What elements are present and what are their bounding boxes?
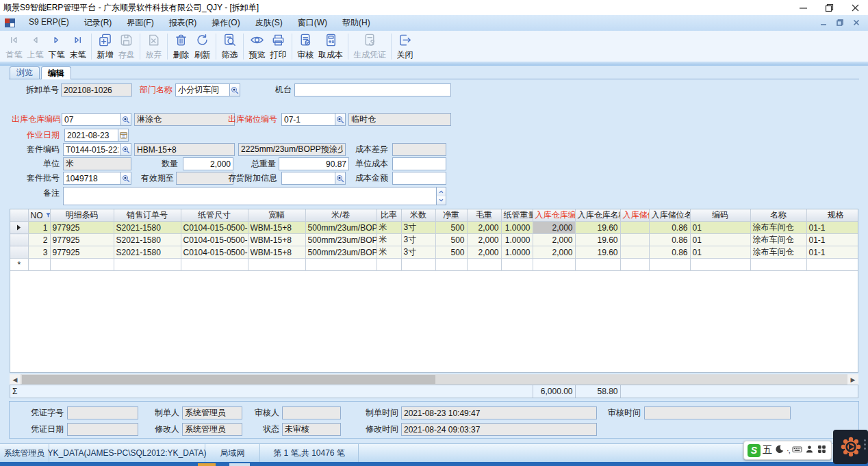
grid-cell-part_unit[interactable]: 米 bbox=[376, 234, 401, 246]
grid-cell-part_name[interactable]: WBM-15+8 bbox=[248, 234, 305, 246]
grid-column-header-gross_weight[interactable]: 毛重 bbox=[467, 209, 501, 222]
grid-cell-part_name[interactable]: WBM-15+8 bbox=[248, 246, 305, 259]
menu-item[interactable]: 界面(F) bbox=[119, 15, 161, 31]
menu-item[interactable]: 记录(R) bbox=[77, 15, 120, 31]
grid-cell-sales_order[interactable]: S2021-1580 bbox=[114, 222, 181, 234]
row-selector[interactable] bbox=[10, 234, 28, 246]
grid-cell-tube_size[interactable]: 3寸 bbox=[401, 246, 435, 259]
calendar-button[interactable] bbox=[118, 129, 128, 141]
grid-cell-ratio[interactable]: 1.0000 bbox=[501, 234, 533, 246]
grid-cell-in_wh_name[interactable]: 涂布车间仓 bbox=[750, 246, 806, 259]
grid-cell-part_code[interactable]: C0104-015-0500-... bbox=[181, 234, 248, 246]
grid-cell-part_name[interactable]: WBM-15+8 bbox=[248, 222, 305, 234]
grid-cell-part_unit[interactable]: 米 bbox=[376, 222, 401, 234]
grid-cell-net_weight[interactable]: 19.60 bbox=[575, 222, 620, 234]
ime-user-icon[interactable] bbox=[804, 444, 815, 456]
scrollbar-track[interactable] bbox=[21, 374, 847, 385]
restore-button[interactable] bbox=[816, 0, 842, 15]
grid-cell-part_spec[interactable]: 500mm/23um/BOPP... bbox=[305, 222, 376, 234]
grid-cell-part_spec[interactable]: 500mm/23um/BOPP... bbox=[305, 234, 376, 246]
grid-column-header-in_loc_name[interactable]: 入库储位名称 bbox=[649, 209, 690, 222]
grid-column-header-width[interactable]: 宽幅 bbox=[248, 209, 305, 222]
grid-cell-tube_size[interactable]: 3寸 bbox=[401, 222, 435, 234]
menu-item[interactable]: 皮肤(S) bbox=[248, 15, 290, 31]
grid-column-header-tube_size[interactable]: 纸管尺寸 bbox=[181, 209, 248, 222]
grid-cell-meters[interactable]: 2,000 bbox=[533, 222, 575, 234]
kit-batch-lookup-button[interactable] bbox=[120, 172, 131, 184]
grid-cell-barcode[interactable]: 977925 bbox=[50, 246, 114, 259]
ime-keyboard-icon[interactable] bbox=[792, 444, 802, 456]
toolbar-button-audit[interactable]: 审核 bbox=[295, 31, 316, 61]
grid-cell-tube_weight[interactable]: 0.86 bbox=[649, 234, 690, 246]
grid-cell-no[interactable]: 1 bbox=[28, 222, 50, 234]
grid-new-row[interactable]: * bbox=[10, 259, 858, 271]
mdi-close-button[interactable] bbox=[853, 18, 860, 28]
ime-mode-indicator[interactable]: 五 bbox=[763, 444, 772, 456]
toolbar-button-refresh[interactable]: 刷新 bbox=[192, 31, 213, 61]
grid-cell-ratio[interactable]: 1.0000 bbox=[501, 222, 533, 234]
toolbar-button-printer[interactable]: 打印 bbox=[268, 31, 289, 61]
tab-browse[interactable]: 浏览 bbox=[10, 66, 40, 79]
toolbar-button-nav-last[interactable]: 末笔 bbox=[67, 31, 88, 61]
grid-cell-gross_weight[interactable] bbox=[620, 234, 649, 246]
grid-cell-in_wh_code[interactable]: 01 bbox=[690, 222, 750, 234]
tab-edit[interactable]: 编辑 bbox=[41, 66, 71, 79]
grid-cell-net_weight[interactable]: 19.60 bbox=[575, 246, 620, 259]
minimize-button[interactable] bbox=[790, 0, 816, 15]
scroll-up-icon[interactable] bbox=[437, 187, 446, 196]
grid-cell-gross_weight[interactable] bbox=[620, 246, 649, 259]
grid-cell-tube_weight[interactable]: 0.86 bbox=[649, 222, 690, 234]
grid-cell-ratio[interactable]: 1.0000 bbox=[501, 246, 533, 259]
menu-item[interactable]: S9 ERP(E) bbox=[21, 15, 77, 31]
ime-moon-icon[interactable] bbox=[774, 444, 784, 456]
remark-textarea[interactable] bbox=[64, 187, 436, 205]
table-row[interactable]: 3977925S2021-1580C0104-015-0500-...WBM-1… bbox=[10, 246, 858, 259]
grid-cell-width[interactable]: 500 bbox=[435, 246, 467, 259]
mdi-minimize-button[interactable] bbox=[820, 18, 827, 28]
grid-cell-sales_order[interactable]: S2021-1580 bbox=[114, 246, 181, 259]
ime-menu-grid-icon[interactable] bbox=[817, 444, 827, 456]
grid-cell-in_wh_name[interactable]: 涂布车间仓 bbox=[750, 222, 806, 234]
grid-cell-in_loc_code[interactable]: 01-1 bbox=[806, 246, 858, 259]
menu-item[interactable]: 窗口(W) bbox=[290, 15, 335, 31]
close-button[interactable] bbox=[842, 0, 868, 15]
table-row[interactable]: 2977925S2021-1580C0104-015-0500-...WBM-1… bbox=[10, 234, 858, 246]
grid-cell-in_wh_name[interactable]: 涂布车间仓 bbox=[750, 234, 806, 246]
grid-column-header-tube_weight[interactable]: 纸管重量 bbox=[501, 209, 533, 222]
grid-cell-part_code[interactable]: C0104-015-0500-... bbox=[181, 246, 248, 259]
out-wh-lookup-button[interactable] bbox=[120, 114, 131, 125]
remark-scroll-spinner[interactable] bbox=[436, 187, 446, 205]
grid-column-header-meters[interactable]: 米数 bbox=[401, 209, 435, 222]
grid-horizontal-scrollbar[interactable]: ◀ ▶ bbox=[10, 374, 858, 385]
toolbar-button-filter-search[interactable]: 筛选 bbox=[219, 31, 240, 61]
grid-cell-m_per_roll[interactable]: 2,000 bbox=[467, 234, 501, 246]
grid-cell-in_wh_code[interactable]: 01 bbox=[690, 234, 750, 246]
dept-lookup-button[interactable] bbox=[229, 84, 240, 96]
table-row[interactable]: 1977925S2021-1580C0104-015-0500-...WBM-1… bbox=[10, 222, 858, 234]
grid-cell-part_unit[interactable]: 米 bbox=[376, 246, 401, 259]
grid-column-header-part_code[interactable]: 编码 bbox=[690, 209, 750, 222]
scrollbar-thumb[interactable] bbox=[22, 375, 435, 384]
grid-cell-gross_weight[interactable] bbox=[620, 222, 649, 234]
row-selector[interactable] bbox=[10, 222, 28, 234]
scroll-right-icon[interactable]: ▶ bbox=[847, 374, 858, 385]
grid-cell-part_spec[interactable]: 500mm/23um/BOPP... bbox=[305, 246, 376, 259]
out-loc-lookup-button[interactable] bbox=[335, 114, 345, 125]
toolbar-button-add-doc[interactable]: 新增 bbox=[94, 31, 116, 61]
grid-cell-in_loc_code[interactable]: 01-1 bbox=[806, 222, 858, 234]
grid-cell-in_loc_code[interactable]: 01-1 bbox=[806, 234, 858, 246]
grid-column-header-part_name[interactable]: 名称 bbox=[750, 209, 806, 222]
menu-item[interactable]: 帮助(H) bbox=[335, 15, 378, 31]
grid-column-header-no[interactable]: NO bbox=[28, 209, 50, 222]
grid-cell-sales_order[interactable]: S2021-1580 bbox=[114, 234, 181, 246]
grid-cell-barcode[interactable]: 977925 bbox=[50, 234, 114, 246]
kit-lookup-button[interactable] bbox=[120, 144, 131, 155]
grid-cell-part_code[interactable]: C0104-015-0500-... bbox=[181, 222, 248, 234]
grid-cell-no[interactable]: 3 bbox=[28, 246, 50, 259]
grid-column-header-sel[interactable] bbox=[10, 209, 28, 222]
grid-column-header-in_wh_name[interactable]: 入库仓库名称 bbox=[575, 209, 620, 222]
row-selector[interactable] bbox=[10, 246, 28, 259]
grid-column-header-part_spec[interactable]: 规格 bbox=[806, 209, 858, 222]
grid-cell-no[interactable]: 2 bbox=[28, 234, 50, 246]
ime-logo-icon[interactable]: S bbox=[748, 444, 761, 457]
